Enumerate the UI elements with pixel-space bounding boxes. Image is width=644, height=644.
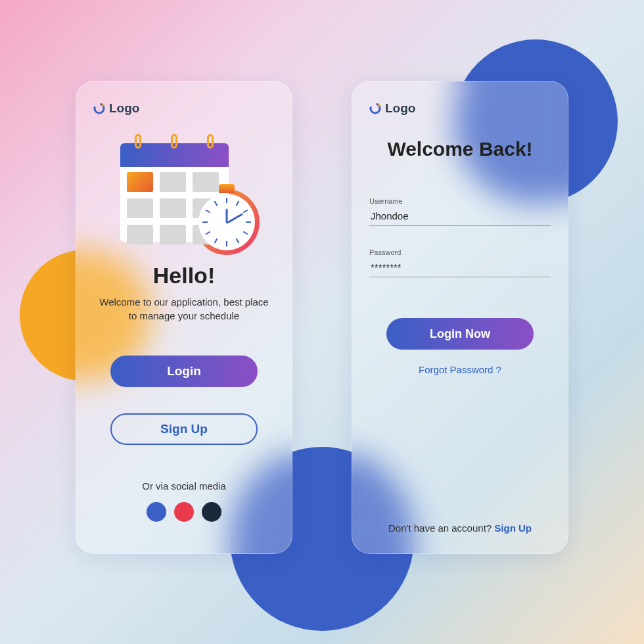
signup-footer: Don't have an account? Sign Up: [369, 522, 551, 534]
apple-icon[interactable]: [202, 502, 221, 522]
password-field: Password: [369, 248, 551, 277]
social-row: [93, 502, 275, 522]
brand-name: Logo: [385, 101, 415, 116]
login-now-button[interactable]: Login Now: [386, 318, 534, 350]
footer-signup-link[interactable]: Sign Up: [494, 522, 532, 534]
username-label: Username: [369, 197, 551, 205]
signup-button[interactable]: Sign Up: [110, 413, 258, 445]
login-card: Logo Welcome Back! Username Password Log…: [352, 81, 568, 554]
google-icon[interactable]: [174, 502, 194, 522]
social-label: Or via social media: [93, 480, 275, 492]
login-title: Welcome Back!: [369, 138, 551, 160]
username-field: Username: [369, 197, 551, 226]
clock-icon: [194, 189, 260, 255]
login-button[interactable]: Login: [110, 356, 258, 387]
forgot-password-link[interactable]: Forgot Password ?: [369, 364, 551, 375]
password-input[interactable]: [369, 259, 551, 277]
welcome-subtitle: Welcome to our application, best place t…: [93, 295, 275, 323]
facebook-icon[interactable]: [147, 502, 166, 522]
welcome-title: Hello!: [93, 263, 275, 288]
username-input[interactable]: [369, 208, 551, 226]
brand-logo: Logo: [369, 101, 551, 116]
logo-icon: [369, 103, 381, 114]
brand-name: Logo: [109, 101, 139, 116]
brand-logo: Logo: [93, 101, 275, 116]
calendar-clock-illustration: [115, 131, 253, 250]
footer-text: Don't have an account?: [388, 522, 494, 534]
welcome-card: Logo: [76, 81, 292, 554]
logo-icon: [93, 103, 105, 114]
password-label: Password: [369, 248, 551, 256]
svg-point-3: [378, 104, 380, 106]
svg-point-1: [102, 104, 104, 106]
